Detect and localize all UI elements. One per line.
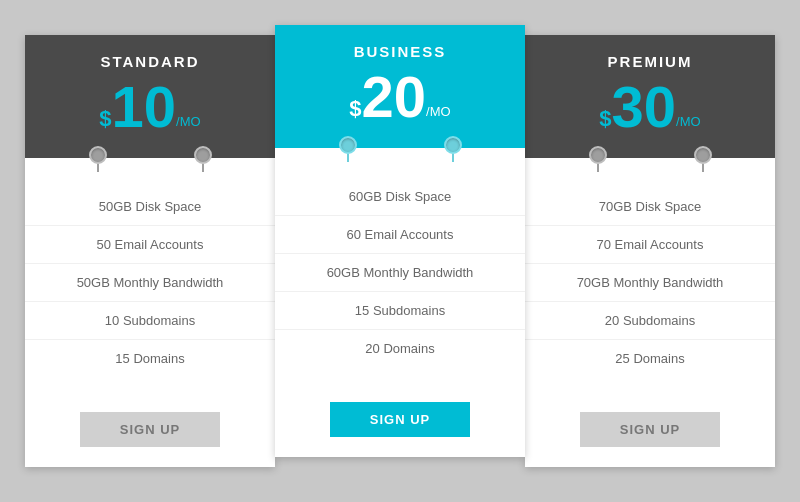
feature-item-standard-3: 10 Subdomains bbox=[25, 302, 275, 340]
plan-name-business: BUSINESS bbox=[285, 43, 515, 60]
pin-right-premium bbox=[693, 146, 713, 172]
pricing-card-premium: PREMIUM $ 30 /MO 70GB Disk Space bbox=[525, 35, 775, 467]
pin-right-standard bbox=[193, 146, 213, 172]
pin-line-left-business bbox=[347, 154, 349, 162]
card-header-business: BUSINESS $ 20 /MO bbox=[275, 25, 525, 148]
card-header-standard: STANDARD $ 10 /MO bbox=[25, 35, 275, 158]
feature-item-business-4: 20 Domains bbox=[275, 330, 525, 367]
pins-business bbox=[275, 136, 525, 162]
pin-line-right-business bbox=[452, 154, 454, 162]
feature-item-premium-0: 70GB Disk Space bbox=[525, 188, 775, 226]
features-list-premium: 70GB Disk Space 70 Email Accounts 70GB M… bbox=[525, 158, 775, 397]
pin-head-left-business bbox=[339, 136, 357, 154]
pin-left-standard bbox=[88, 146, 108, 172]
price-row-business: $ 20 /MO bbox=[285, 68, 515, 126]
signup-button-business[interactable]: SIGN UP bbox=[330, 402, 470, 437]
pricing-card-business: BUSINESS $ 20 /MO 60GB Disk Space bbox=[275, 25, 525, 457]
pin-right-business bbox=[443, 136, 463, 162]
price-amount-premium: 30 bbox=[612, 78, 677, 136]
price-row-premium: $ 30 /MO bbox=[535, 78, 765, 136]
price-row-standard: $ 10 /MO bbox=[35, 78, 265, 136]
features-list-business: 60GB Disk Space 60 Email Accounts 60GB M… bbox=[275, 148, 525, 387]
pin-head-right-premium bbox=[694, 146, 712, 164]
pin-head-right-business bbox=[444, 136, 462, 154]
features-list-standard: 50GB Disk Space 50 Email Accounts 50GB M… bbox=[25, 158, 275, 397]
feature-item-premium-1: 70 Email Accounts bbox=[525, 226, 775, 264]
pin-head-right-standard bbox=[194, 146, 212, 164]
dollar-sign-business: $ bbox=[349, 98, 361, 120]
feature-item-premium-4: 25 Domains bbox=[525, 340, 775, 377]
signup-area-business: SIGN UP bbox=[275, 387, 525, 457]
feature-item-standard-0: 50GB Disk Space bbox=[25, 188, 275, 226]
pins-premium bbox=[525, 146, 775, 172]
signup-area-standard: SIGN UP bbox=[25, 397, 275, 467]
feature-item-business-3: 15 Subdomains bbox=[275, 292, 525, 330]
price-period-standard: /MO bbox=[176, 115, 201, 128]
feature-item-standard-2: 50GB Monthly Bandwidth bbox=[25, 264, 275, 302]
pin-left-premium bbox=[588, 146, 608, 172]
feature-item-business-1: 60 Email Accounts bbox=[275, 216, 525, 254]
pin-line-right-standard bbox=[202, 164, 204, 172]
feature-item-business-2: 60GB Monthly Bandwidth bbox=[275, 254, 525, 292]
plan-name-standard: STANDARD bbox=[35, 53, 265, 70]
card-header-premium: PREMIUM $ 30 /MO bbox=[525, 35, 775, 158]
pricing-container: STANDARD $ 10 /MO 50GB Disk Space bbox=[10, 35, 790, 467]
dollar-sign-premium: $ bbox=[599, 108, 611, 130]
feature-item-business-0: 60GB Disk Space bbox=[275, 178, 525, 216]
feature-item-premium-2: 70GB Monthly Bandwidth bbox=[525, 264, 775, 302]
pin-head-left-standard bbox=[89, 146, 107, 164]
price-period-premium: /MO bbox=[676, 115, 701, 128]
signup-button-premium[interactable]: SIGN UP bbox=[580, 412, 720, 447]
pin-line-right-premium bbox=[702, 164, 704, 172]
pin-line-left-premium bbox=[597, 164, 599, 172]
feature-item-standard-1: 50 Email Accounts bbox=[25, 226, 275, 264]
feature-item-standard-4: 15 Domains bbox=[25, 340, 275, 377]
signup-button-standard[interactable]: SIGN UP bbox=[80, 412, 220, 447]
pins-standard bbox=[25, 146, 275, 172]
price-period-business: /MO bbox=[426, 105, 451, 118]
dollar-sign-standard: $ bbox=[99, 108, 111, 130]
pin-line-left-standard bbox=[97, 164, 99, 172]
pricing-card-standard: STANDARD $ 10 /MO 50GB Disk Space bbox=[25, 35, 275, 467]
pin-left-business bbox=[338, 136, 358, 162]
pin-head-left-premium bbox=[589, 146, 607, 164]
signup-area-premium: SIGN UP bbox=[525, 397, 775, 467]
feature-item-premium-3: 20 Subdomains bbox=[525, 302, 775, 340]
price-amount-business: 20 bbox=[362, 68, 427, 126]
plan-name-premium: PREMIUM bbox=[535, 53, 765, 70]
price-amount-standard: 10 bbox=[112, 78, 177, 136]
